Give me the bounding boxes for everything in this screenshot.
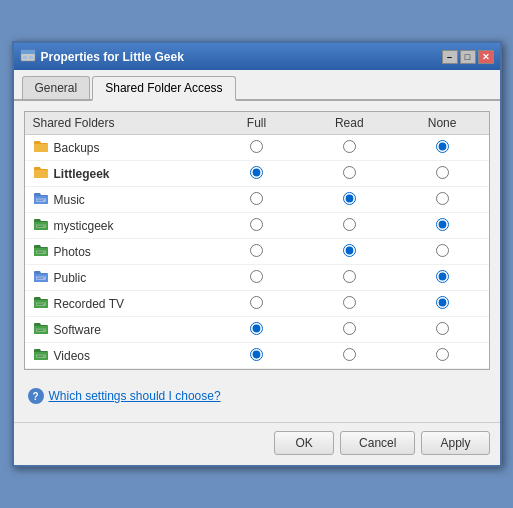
table-row: Recorded TV (25, 291, 489, 317)
radio-cell-read-6[interactable] (303, 291, 396, 317)
radio-cell-read-8[interactable] (303, 343, 396, 369)
minimize-button[interactable]: – (442, 50, 458, 64)
radio-cell-none-4[interactable] (396, 239, 489, 265)
content-area: Shared Folders Full Read None Backups Li… (14, 101, 500, 422)
radio-full-6[interactable] (250, 296, 263, 309)
folder-table: Shared Folders Full Read None Backups Li… (25, 112, 489, 369)
radio-full-7[interactable] (250, 322, 263, 335)
folder-name-cell-0: Backups (25, 135, 211, 161)
folder-name: Software (54, 323, 101, 337)
radio-read-7[interactable] (343, 322, 356, 335)
radio-read-6[interactable] (343, 296, 356, 309)
table-row: Littlegeek (25, 161, 489, 187)
radio-cell-full-2[interactable] (210, 187, 303, 213)
folder-name-cell-5: Public (25, 265, 211, 291)
apply-button[interactable]: Apply (421, 431, 489, 455)
radio-cell-none-3[interactable] (396, 213, 489, 239)
radio-cell-full-6[interactable] (210, 291, 303, 317)
help-icon: ? (28, 388, 44, 404)
cancel-button[interactable]: Cancel (340, 431, 415, 455)
radio-cell-full-3[interactable] (210, 213, 303, 239)
close-button[interactable]: ✕ (478, 50, 494, 64)
title-bar-left: Properties for Little Geek (20, 47, 184, 66)
radio-cell-none-6[interactable] (396, 291, 489, 317)
folder-table-container: Shared Folders Full Read None Backups Li… (24, 111, 490, 370)
col-header-shared-folders: Shared Folders (25, 112, 211, 135)
svg-rect-2 (23, 56, 27, 59)
svg-rect-13 (36, 276, 46, 280)
col-header-none: None (396, 112, 489, 135)
radio-full-4[interactable] (250, 244, 263, 257)
help-link[interactable]: Which settings should I choose? (49, 389, 221, 403)
tab-general[interactable]: General (22, 76, 91, 99)
folder-name: Public (54, 271, 87, 285)
radio-full-0[interactable] (250, 140, 263, 153)
radio-cell-read-0[interactable] (303, 135, 396, 161)
radio-none-0[interactable] (436, 140, 449, 153)
folder-name-cell-2: Music (25, 187, 211, 213)
col-header-read: Read (303, 112, 396, 135)
table-row: Software (25, 317, 489, 343)
radio-none-5[interactable] (436, 270, 449, 283)
radio-full-1[interactable] (250, 166, 263, 179)
table-row: mysticgeek (25, 213, 489, 239)
radio-cell-full-4[interactable] (210, 239, 303, 265)
radio-read-3[interactable] (343, 218, 356, 231)
folder-icon (33, 190, 49, 209)
radio-cell-none-8[interactable] (396, 343, 489, 369)
radio-cell-none-2[interactable] (396, 187, 489, 213)
radio-none-8[interactable] (436, 348, 449, 361)
folder-icon (33, 164, 49, 183)
radio-cell-read-5[interactable] (303, 265, 396, 291)
radio-cell-read-7[interactable] (303, 317, 396, 343)
radio-none-4[interactable] (436, 244, 449, 257)
radio-full-5[interactable] (250, 270, 263, 283)
radio-cell-full-8[interactable] (210, 343, 303, 369)
radio-cell-full-5[interactable] (210, 265, 303, 291)
radio-full-3[interactable] (250, 218, 263, 231)
radio-read-4[interactable] (343, 244, 356, 257)
radio-none-6[interactable] (436, 296, 449, 309)
table-row: Photos (25, 239, 489, 265)
tab-bar: General Shared Folder Access (14, 70, 500, 101)
folder-icon (33, 242, 49, 261)
radio-read-8[interactable] (343, 348, 356, 361)
table-row: Backups (25, 135, 489, 161)
svg-rect-10 (36, 250, 46, 254)
radio-full-2[interactable] (250, 192, 263, 205)
tab-shared-folder-access[interactable]: Shared Folder Access (92, 76, 235, 101)
radio-cell-full-1[interactable] (210, 161, 303, 187)
folder-icon (33, 294, 49, 313)
radio-cell-full-7[interactable] (210, 317, 303, 343)
radio-cell-none-1[interactable] (396, 161, 489, 187)
radio-cell-none-0[interactable] (396, 135, 489, 161)
ok-button[interactable]: OK (274, 431, 334, 455)
svg-rect-7 (36, 224, 46, 228)
radio-cell-read-2[interactable] (303, 187, 396, 213)
svg-rect-16 (36, 302, 46, 306)
radio-none-1[interactable] (436, 166, 449, 179)
folder-name: Music (54, 193, 85, 207)
radio-cell-full-0[interactable] (210, 135, 303, 161)
radio-read-2[interactable] (343, 192, 356, 205)
radio-cell-none-7[interactable] (396, 317, 489, 343)
radio-cell-read-3[interactable] (303, 213, 396, 239)
maximize-button[interactable]: □ (460, 50, 476, 64)
radio-read-0[interactable] (343, 140, 356, 153)
radio-none-2[interactable] (436, 192, 449, 205)
table-row: Public (25, 265, 489, 291)
radio-none-3[interactable] (436, 218, 449, 231)
radio-none-7[interactable] (436, 322, 449, 335)
radio-cell-read-4[interactable] (303, 239, 396, 265)
radio-full-8[interactable] (250, 348, 263, 361)
folder-name-cell-1: Littlegeek (25, 161, 211, 187)
window-title: Properties for Little Geek (41, 50, 184, 64)
radio-cell-none-5[interactable] (396, 265, 489, 291)
folder-icon (33, 268, 49, 287)
button-bar: OK Cancel Apply (14, 422, 500, 465)
radio-cell-read-1[interactable] (303, 161, 396, 187)
folder-icon (33, 216, 49, 235)
svg-rect-19 (36, 328, 46, 332)
radio-read-1[interactable] (343, 166, 356, 179)
radio-read-5[interactable] (343, 270, 356, 283)
